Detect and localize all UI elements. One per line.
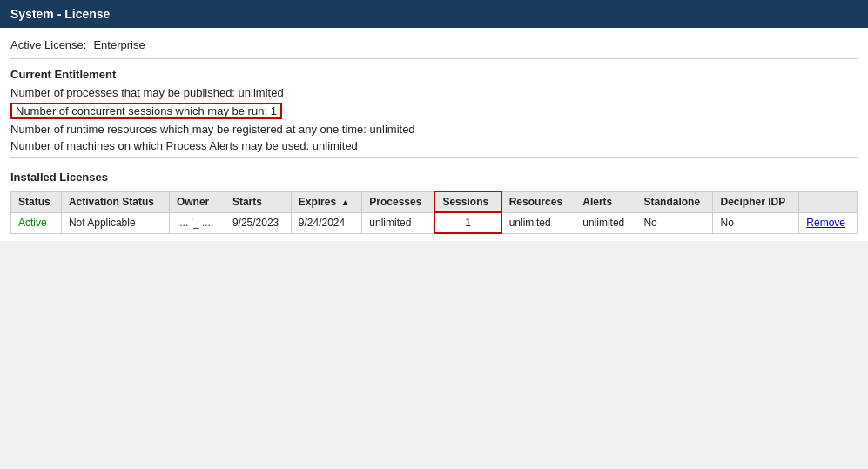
remove-link[interactable]: Remove bbox=[806, 217, 845, 229]
col-alerts: Alerts bbox=[575, 191, 636, 212]
cell-resources: unlimited bbox=[501, 212, 575, 233]
divider-1 bbox=[10, 58, 858, 59]
col-processes: Processes bbox=[362, 191, 435, 212]
cell-remove[interactable]: Remove bbox=[799, 212, 858, 233]
sessions-highlight-text: Number of concurrent sessions which may … bbox=[10, 103, 282, 119]
cell-alerts: unlimited bbox=[575, 212, 636, 233]
col-resources: Resources bbox=[501, 191, 575, 212]
entitlement-item-2: Number of runtime resources which may be… bbox=[10, 121, 858, 137]
table-row: Active Not Applicable .... '_ .... 9/25/… bbox=[11, 212, 858, 233]
entitlement-item-3: Number of machines on which Process Aler… bbox=[10, 137, 858, 154]
cell-standalone: No bbox=[636, 212, 713, 233]
col-activation-status: Activation Status bbox=[61, 191, 169, 212]
col-decipher-idp: Decipher IDP bbox=[713, 191, 799, 212]
cell-expires: 9/24/2024 bbox=[291, 212, 362, 233]
divider-2 bbox=[10, 157, 858, 158]
page-title: System - License bbox=[10, 7, 110, 21]
entitlement-item-0: Number of processes that may be publishe… bbox=[10, 84, 858, 101]
cell-status: Active bbox=[11, 212, 62, 233]
installed-licenses-section: Installed Licenses Status Activation Sta… bbox=[10, 167, 858, 234]
entitlement-item-1: Number of concurrent sessions which may … bbox=[10, 101, 858, 121]
col-standalone: Standalone bbox=[636, 191, 713, 212]
entitlement-list: Number of processes that may be publishe… bbox=[10, 84, 858, 154]
cell-processes: unlimited bbox=[362, 212, 435, 233]
cell-starts: 9/25/2023 bbox=[225, 212, 291, 233]
table-header-row: Status Activation Status Owner Starts Ex… bbox=[11, 191, 858, 212]
licenses-table: Status Activation Status Owner Starts Ex… bbox=[10, 191, 858, 234]
active-license-label: Active License: bbox=[10, 38, 86, 51]
col-status: Status bbox=[11, 191, 62, 212]
cell-activation-status: Not Applicable bbox=[61, 212, 169, 233]
installed-licenses-heading: Installed Licenses bbox=[10, 167, 858, 187]
cell-sessions: 1 bbox=[434, 212, 501, 233]
cell-owner: .... '_ .... bbox=[169, 212, 225, 233]
active-license-value: Enterprise bbox=[93, 38, 145, 51]
col-sessions: Sessions bbox=[434, 191, 501, 212]
col-expires[interactable]: Expires ▲ bbox=[291, 191, 362, 212]
col-starts: Starts bbox=[225, 191, 291, 212]
cell-decipher-idp: No bbox=[713, 212, 799, 233]
sort-arrow-icon: ▲ bbox=[340, 198, 349, 207]
current-entitlement-heading: Current Entitlement bbox=[10, 63, 858, 84]
col-action bbox=[799, 191, 858, 212]
col-owner: Owner bbox=[169, 191, 225, 212]
page-title-bar: System - License bbox=[0, 0, 868, 28]
